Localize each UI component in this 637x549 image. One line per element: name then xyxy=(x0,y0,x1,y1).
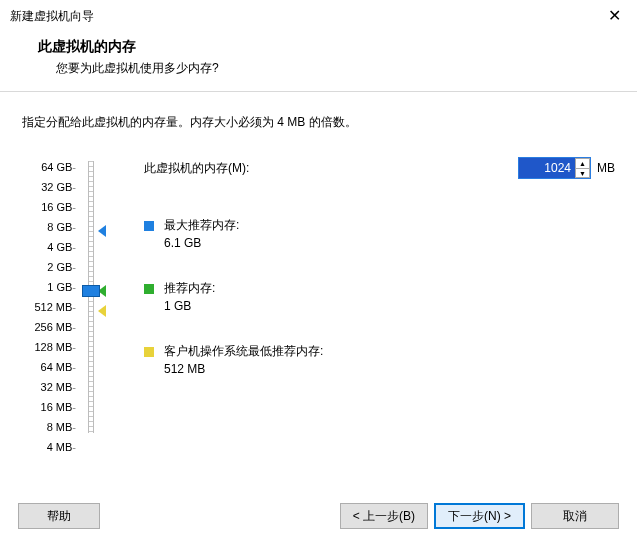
page-title: 此虚拟机的内存 xyxy=(38,38,619,56)
square-blue-icon xyxy=(144,221,154,231)
recommended: 推荐内存: 1 GB xyxy=(144,280,615,313)
window-title: 新建虚拟机向导 xyxy=(10,8,94,25)
max-recommendation: 最大推荐内存: 6.1 GB xyxy=(144,217,615,250)
memory-input-label: 此虚拟机的内存(M): xyxy=(144,160,518,177)
wizard-footer: 帮助 < 上一步(B) 下一步(N) > 取消 xyxy=(0,490,637,549)
memory-unit: MB xyxy=(597,161,615,175)
scale-tick: 32 GB - xyxy=(22,177,82,197)
description-text: 指定分配给此虚拟机的内存量。内存大小必须为 4 MB 的倍数。 xyxy=(22,114,615,131)
memory-slider-track[interactable] xyxy=(82,157,116,437)
wizard-header: 此虚拟机的内存 您要为此虚拟机使用多少内存? xyxy=(0,30,637,92)
rec-label: 推荐内存: xyxy=(164,280,215,297)
back-button[interactable]: < 上一步(B) xyxy=(340,503,428,529)
rec-value: 1 GB xyxy=(164,299,615,313)
max-marker-icon xyxy=(98,225,106,237)
scale-tick: 32 MB - xyxy=(22,377,82,397)
scale-tick: 8 MB - xyxy=(22,417,82,437)
memory-slider-thumb[interactable] xyxy=(82,285,100,297)
max-rec-label: 最大推荐内存: xyxy=(164,217,239,234)
cancel-button[interactable]: 取消 xyxy=(531,503,619,529)
memory-spin-up-icon[interactable]: ▲ xyxy=(576,158,590,168)
square-green-icon xyxy=(144,284,154,294)
square-yellow-icon xyxy=(144,347,154,357)
max-rec-value: 6.1 GB xyxy=(164,236,615,250)
close-icon[interactable]: ✕ xyxy=(602,8,627,24)
help-button[interactable]: 帮助 xyxy=(18,503,100,529)
scale-tick: 8 GB - xyxy=(22,217,82,237)
min-recommendation: 客户机操作系统最低推荐内存: 512 MB xyxy=(144,343,615,376)
min-marker-icon xyxy=(98,305,106,317)
scale-tick: 16 MB - xyxy=(22,397,82,417)
min-rec-label: 客户机操作系统最低推荐内存: xyxy=(164,343,323,360)
min-rec-value: 512 MB xyxy=(164,362,615,376)
scale-tick: 64 GB - xyxy=(22,157,82,177)
scale-tick: 1 GB - xyxy=(22,277,82,297)
scale-tick: 512 MB - xyxy=(22,297,82,317)
memory-spin-down-icon[interactable]: ▼ xyxy=(576,168,590,178)
scale-tick: 2 GB - xyxy=(22,257,82,277)
memory-input[interactable] xyxy=(519,158,575,178)
scale-tick: 256 MB - xyxy=(22,317,82,337)
memory-scale: 64 GB -32 GB -16 GB -8 GB -4 GB -2 GB -1… xyxy=(22,157,82,457)
scale-tick: 16 GB - xyxy=(22,197,82,217)
page-subtitle: 您要为此虚拟机使用多少内存? xyxy=(56,60,619,77)
scale-tick: 64 MB - xyxy=(22,357,82,377)
next-button[interactable]: 下一步(N) > xyxy=(434,503,525,529)
scale-tick: 128 MB - xyxy=(22,337,82,357)
scale-tick: 4 GB - xyxy=(22,237,82,257)
scale-tick: 4 MB - xyxy=(22,437,82,457)
